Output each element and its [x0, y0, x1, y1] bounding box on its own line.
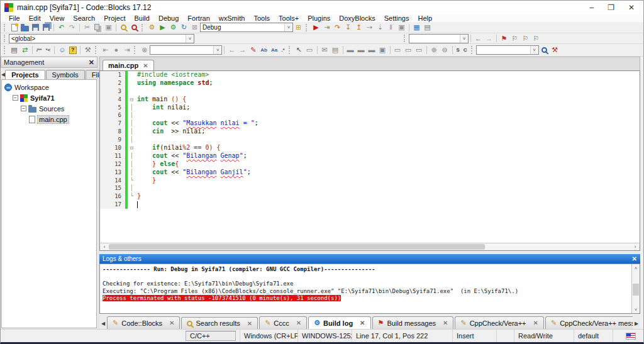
wxsmith-file-icon[interactable]: ▤	[330, 45, 341, 55]
logs-tabs-scroll-left-icon[interactable]: ◀	[99, 318, 107, 329]
goto-previous-changed-icon[interactable]: ←	[473, 34, 484, 43]
fold-marker-icon[interactable]: ⊟	[128, 96, 136, 104]
redo-icon[interactable]: ↷	[67, 23, 77, 32]
toggle-bookmark-icon[interactable]: ⚑	[499, 34, 509, 43]
menu-build[interactable]: Build	[130, 14, 153, 22]
layout-bottom-icon[interactable]: ▬	[367, 45, 377, 55]
tab-build-messages[interactable]: ⚑Build messages✕	[372, 316, 454, 329]
menu-plugins[interactable]: Plugins	[303, 14, 335, 22]
fold-marker-icon[interactable]: └	[128, 177, 136, 185]
previous-bookmark-icon[interactable]: ⚐	[509, 34, 520, 43]
step-out-icon[interactable]: ↥	[353, 23, 364, 32]
close-icon[interactable]: ✕	[533, 319, 538, 326]
logs-close-icon[interactable]: ✕	[632, 255, 637, 262]
tab-symbols[interactable]: Symbols	[46, 70, 85, 79]
close-icon[interactable]: ✕	[169, 319, 174, 326]
wxsmith-widget-icon[interactable]: ▭	[304, 45, 315, 55]
search-options-icon[interactable]: ⚒	[550, 45, 560, 55]
menu-settings[interactable]: Settings	[380, 14, 414, 22]
envelope-icon[interactable]: ✉	[319, 45, 330, 55]
goto-next-changed-icon[interactable]: →	[484, 34, 494, 43]
doxyblocks-run-html-icon[interactable]: ⇄	[19, 45, 30, 55]
debug-continue-icon[interactable]: ▶	[311, 23, 321, 32]
line-number[interactable]: 1	[100, 71, 125, 79]
menu-view[interactable]: View	[45, 14, 69, 22]
step-into-icon[interactable]: ↧	[343, 23, 353, 32]
line-number[interactable]: 10	[100, 144, 125, 152]
copy-icon[interactable]	[92, 23, 103, 32]
build-and-run-icon[interactable]: ⚙	[168, 23, 179, 32]
save-all-icon[interactable]	[41, 23, 52, 32]
code-editor[interactable]: 1#include <iostream>2using namespace std…	[99, 70, 640, 243]
tree-item-syifa71[interactable]: −Syifa71	[3, 92, 95, 103]
scrollbar-thumb[interactable]	[633, 284, 639, 296]
run-to-cursor-icon[interactable]: ⇥	[321, 23, 332, 32]
next-bookmark-icon[interactable]: ⚐	[520, 34, 531, 43]
doxyblocks-extract-icon[interactable]: ▤	[9, 45, 19, 55]
frame-right-icon[interactable]: ▭	[414, 45, 425, 55]
paste-icon[interactable]: ▣	[103, 23, 114, 32]
open-file-icon[interactable]	[19, 23, 30, 32]
cut-icon[interactable]: ✂	[82, 23, 92, 32]
zoom-out-icon[interactable]: ⊖	[440, 45, 450, 55]
doxywizard-icon[interactable]: ☺	[57, 45, 67, 55]
menu-debug[interactable]: Debug	[154, 14, 183, 22]
line-number[interactable]: 12	[100, 160, 125, 169]
tab-projects[interactable]: Projects	[5, 70, 45, 79]
line-number[interactable]: 7	[100, 119, 125, 128]
stop-debugger-icon[interactable]: ▣	[396, 23, 407, 32]
line-number[interactable]: 4	[100, 96, 125, 104]
fold-marker-icon[interactable]: │	[128, 136, 136, 144]
minimize-button[interactable]: –	[589, 3, 594, 12]
next-instruction-icon[interactable]: ⇢	[364, 23, 375, 32]
incsearch-highlight-icon[interactable]: ✎	[248, 45, 258, 55]
find-icon[interactable]	[118, 23, 129, 32]
chevron-down-icon[interactable]: ˅	[530, 46, 538, 54]
browse-next-marker-icon[interactable]: ⇥	[121, 45, 132, 55]
line-number[interactable]: 16	[100, 192, 125, 201]
abort-build-icon[interactable]: ⊠	[189, 23, 200, 32]
fold-marker-icon[interactable]: │	[128, 104, 136, 112]
chevron-down-icon[interactable]: ˅	[284, 23, 292, 31]
incsearch-clear-icon[interactable]: ⊗	[139, 45, 150, 55]
next-line-icon[interactable]: ↷	[332, 23, 343, 32]
project-tree[interactable]: Workspace−Syifa71−Sourcesmain.cpp	[1, 79, 97, 328]
debugging-windows-icon[interactable]: ▦	[411, 23, 422, 32]
logs-tabs-scroll-right-icon[interactable]: ▶	[633, 318, 640, 329]
zoom-in-icon[interactable]: ⊕	[429, 45, 440, 55]
build-target-options-icon[interactable]: ⊞	[293, 23, 304, 32]
line-number[interactable]: 9	[100, 136, 125, 144]
menu-fortran[interactable]: Fortran	[183, 14, 214, 22]
fold-marker-icon[interactable]: ⊟	[128, 144, 136, 152]
fold-marker-icon[interactable]: │	[128, 169, 136, 177]
line-number[interactable]: 6	[100, 111, 125, 119]
line-number[interactable]: 13	[100, 169, 125, 177]
menu-toolsplus[interactable]: Tools+	[274, 14, 303, 22]
new-file-icon[interactable]	[9, 23, 19, 32]
tree-item-workspace[interactable]: Workspace	[3, 82, 95, 92]
editor-tab-maincpp[interactable]: main.cpp ✕	[103, 60, 154, 70]
close-icon[interactable]: ✕	[360, 319, 365, 326]
incsearch-regex-icon[interactable]: .*	[279, 45, 286, 55]
line-number[interactable]: 3	[100, 87, 125, 96]
doxy-line-comment-icon[interactable]: *<	[43, 45, 52, 55]
close-icon[interactable]: ✕	[247, 320, 252, 327]
tab-search-results[interactable]: Search results✕	[181, 317, 258, 329]
incsearch-match-case-icon[interactable]: Aa	[269, 45, 279, 55]
tab-cppcheck-vera-[interactable]: ✎CppCheck/Vera++✕	[455, 316, 544, 329]
doxy-block-comment-icon[interactable]: /**	[35, 45, 43, 55]
scroll-up-icon[interactable]: ˄	[632, 264, 640, 272]
chevron-down-icon[interactable]: ˅	[460, 35, 468, 43]
wxsmith-pointer-icon[interactable]: ↖	[294, 45, 304, 55]
line-number[interactable]: 2	[100, 79, 125, 87]
tree-expander-icon[interactable]: −	[13, 95, 18, 101]
symbol-select[interactable]: ˅	[409, 34, 469, 43]
restore-button[interactable]: ❐	[608, 3, 614, 12]
replace-icon[interactable]	[129, 23, 140, 32]
scope-select[interactable]: <global>˅	[9, 34, 194, 43]
editor-tab-close-icon[interactable]: ✕	[143, 62, 148, 69]
line-number[interactable]: 11	[100, 152, 125, 160]
rebuild-icon[interactable]: ↻	[179, 23, 189, 32]
chevron-down-icon[interactable]: ˅	[213, 46, 221, 54]
layout-middle-icon[interactable]: ▬	[356, 45, 367, 55]
